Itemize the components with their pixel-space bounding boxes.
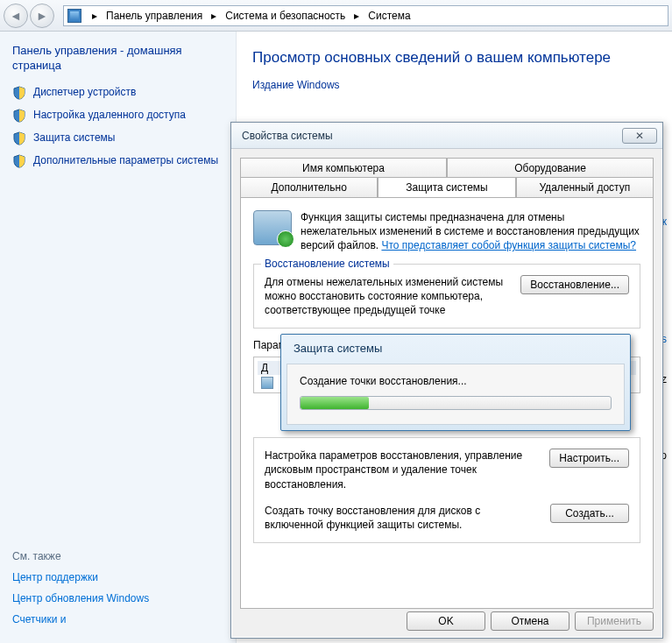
see-also-performance-partial[interactable]: Счетчики и xyxy=(12,613,223,625)
apply-button[interactable]: Применить xyxy=(575,611,654,631)
sidebar-item-system-protection[interactable]: Защита системы xyxy=(12,131,223,145)
sidebar-item-advanced-settings[interactable]: Дополнительные параметры системы xyxy=(12,154,223,168)
tab-remote[interactable]: Удаленный доступ xyxy=(516,177,654,197)
sidebar: Панель управления - домашняя страница Ди… xyxy=(0,32,237,643)
see-also-label: См. также xyxy=(12,550,223,562)
shield-icon xyxy=(12,109,26,123)
create-text: Создать точку восстановления для дисков … xyxy=(265,504,541,532)
sidebar-item-remote-settings[interactable]: Настройка удаленного доступа xyxy=(12,109,223,123)
configure-text: Настройка параметров восстановления, упр… xyxy=(265,449,541,491)
sidebar-item-label: Настройка удаленного доступа xyxy=(33,109,186,123)
progress-title: Защита системы xyxy=(281,335,630,358)
tab-advanced[interactable]: Дополнительно xyxy=(240,177,378,197)
column-header-partial: Д xyxy=(261,362,268,374)
breadcrumb-root[interactable]: Панель управления xyxy=(103,10,206,22)
shield-icon xyxy=(12,86,26,100)
breadcrumb-level2[interactable]: Система и безопасность xyxy=(222,10,349,22)
configure-create-group: Настройка параметров восстановления, упр… xyxy=(253,437,640,543)
progress-status: Создание точки восстановления... xyxy=(300,375,612,387)
close-button[interactable]: ✕ xyxy=(622,128,657,144)
chevron-right-icon: ▸ xyxy=(206,10,222,22)
cancel-button[interactable]: Отмена xyxy=(491,611,569,631)
group-text: Для отмены нежелательных изменений систе… xyxy=(265,275,512,318)
page-title: Просмотр основных сведений о вашем компь… xyxy=(252,49,656,67)
chevron-right-icon: ▸ xyxy=(87,10,103,22)
sidebar-item-label: Дополнительные параметры системы xyxy=(33,154,218,168)
system-protection-icon xyxy=(253,210,292,245)
see-also-action-center[interactable]: Центр поддержки xyxy=(12,571,223,583)
progress-bar xyxy=(300,396,612,410)
tab-system-protection[interactable]: Защита системы xyxy=(378,177,515,197)
back-button[interactable]: ◄ xyxy=(4,4,28,28)
progress-dialog: Защита системы Создание точки восстановл… xyxy=(280,334,631,431)
sidebar-item-label: Диспетчер устройств xyxy=(33,86,136,100)
intro-link[interactable]: Что представляет собой функция защиты си… xyxy=(381,239,636,251)
dialog-title: Свойства системы xyxy=(242,130,333,142)
forward-button[interactable]: ► xyxy=(30,4,54,28)
sidebar-item-device-manager[interactable]: Диспетчер устройств xyxy=(12,86,223,100)
sidebar-home-link[interactable]: Панель управления - домашняя страница xyxy=(12,44,223,74)
tab-computer-name[interactable]: Имя компьютера xyxy=(240,158,447,178)
intro-text: Функция защиты системы предназначена для… xyxy=(301,210,640,253)
tab-hardware[interactable]: Оборудование xyxy=(447,158,654,178)
system-restore-button[interactable]: Восстановление... xyxy=(520,275,629,294)
dialog-titlebar[interactable]: Свойства системы ✕ xyxy=(231,123,662,149)
shield-icon xyxy=(12,131,26,145)
address-bar: ◄ ► ▸ Панель управления ▸ Система и безо… xyxy=(0,0,672,32)
dialog-button-bar: OK Отмена Применить xyxy=(407,611,654,631)
system-restore-group: Восстановление системы Для отмены нежела… xyxy=(253,264,640,329)
create-button[interactable]: Создать... xyxy=(550,504,629,523)
section-title: Издание Windows xyxy=(252,79,656,91)
ok-button[interactable]: OK xyxy=(407,611,485,631)
disk-icon xyxy=(261,377,273,389)
close-icon: ✕ xyxy=(635,130,644,142)
breadcrumb[interactable]: ▸ Панель управления ▸ Система и безопасн… xyxy=(63,5,668,26)
shield-icon xyxy=(12,154,26,168)
see-also-windows-update[interactable]: Центр обновления Windows xyxy=(12,592,223,604)
sidebar-item-label: Защита системы xyxy=(33,131,115,145)
configure-button[interactable]: Настроить... xyxy=(549,449,629,468)
breadcrumb-level3[interactable]: Система xyxy=(364,10,414,22)
chevron-right-icon: ▸ xyxy=(349,10,364,22)
group-title: Восстановление системы xyxy=(261,258,393,270)
progress-fill xyxy=(301,397,369,409)
control-panel-icon xyxy=(67,9,81,23)
